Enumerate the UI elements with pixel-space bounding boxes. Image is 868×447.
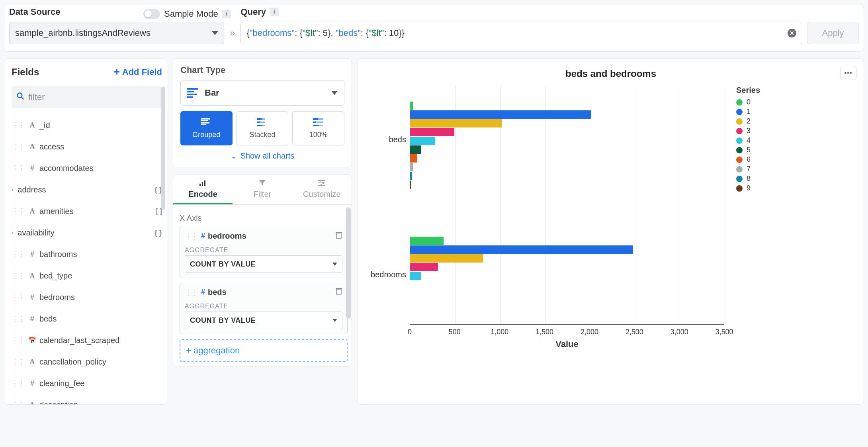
legend-item-7[interactable]: 7 (736, 165, 760, 173)
svg-rect-17 (319, 125, 323, 126)
chart-menu-button[interactable]: ••• (841, 66, 856, 80)
subtype-icon (201, 118, 212, 128)
string-type-icon: A (27, 272, 37, 280)
bar-beds-1[interactable] (410, 110, 591, 119)
number-type-icon: # (27, 250, 37, 259)
legend-swatch (736, 185, 743, 192)
bar-bedrooms-1[interactable] (410, 245, 633, 254)
field-item-description[interactable]: ⋮⋮Adescription (12, 395, 162, 405)
field-item-amenities[interactable]: ⋮⋮Aamenities[ ] (12, 202, 162, 221)
legend-item-0[interactable]: 0 (736, 98, 760, 106)
trash-icon[interactable] (335, 287, 342, 297)
fields-filter-input[interactable]: filter (12, 86, 162, 108)
svg-rect-4 (201, 122, 209, 124)
chart-legend: Series 0123456789 (736, 86, 760, 392)
grip-icon: ⋮⋮ (12, 271, 24, 280)
info-icon[interactable]: i (222, 10, 231, 18)
scrollbar[interactable] (346, 207, 351, 319)
encoding-field-name: beds (208, 288, 227, 297)
field-item-access[interactable]: ⋮⋮Aaccess (12, 137, 162, 156)
tab-encode[interactable]: Encode (173, 175, 233, 204)
legend-item-4[interactable]: 4 (736, 136, 760, 145)
chevron-right-icon: › (12, 229, 14, 236)
field-item-calendar_last_scraped[interactable]: ⋮⋮📅calendar_last_scraped (12, 331, 162, 350)
field-item-bedrooms[interactable]: ⋮⋮#bedrooms (12, 288, 162, 307)
field-item-beds[interactable]: ⋮⋮#beds (12, 309, 162, 328)
number-type-icon: # (198, 288, 208, 296)
bar-bedrooms-3[interactable] (410, 263, 438, 271)
subtype-stacked[interactable]: Stacked (237, 111, 289, 145)
add-aggregation-button[interactable]: + aggregation (180, 339, 348, 362)
grid-line (635, 86, 635, 324)
grip-icon: ⋮⋮ (12, 250, 24, 259)
legend-item-2[interactable]: 2 (736, 117, 760, 125)
subtype-100%[interactable]: 100% (292, 111, 344, 145)
field-name: accommodates (39, 164, 94, 173)
bar-beds-2[interactable] (410, 119, 502, 127)
bar-beds-7[interactable] (410, 163, 413, 171)
grip-icon[interactable]: ⋮⋮ (185, 232, 197, 241)
svg-rect-12 (313, 118, 318, 120)
trash-icon[interactable] (335, 231, 342, 241)
svg-point-26 (321, 184, 323, 186)
field-item-_id[interactable]: ⋮⋮A_id (12, 116, 162, 135)
field-item-bathrooms[interactable]: ⋮⋮#bathrooms (12, 245, 162, 264)
bar-beds-8[interactable] (410, 172, 412, 180)
svg-rect-29 (336, 289, 341, 295)
svg-point-22 (319, 180, 321, 182)
field-item-availability[interactable]: ›availability{ } (12, 223, 162, 242)
sample-mode-toggle[interactable] (143, 9, 160, 19)
aggregate-select[interactable]: COUNT BY VALUE (185, 255, 342, 273)
date-type-icon: 📅 (27, 337, 37, 344)
legend-item-5[interactable]: 5 (736, 146, 760, 154)
data-source-value: sample_airbnb.listingsAndReviews (15, 28, 151, 38)
svg-rect-14 (313, 122, 316, 123)
clear-query-icon[interactable]: ✕ (788, 29, 796, 37)
aggregate-select[interactable]: COUNT BY VALUE (185, 312, 342, 329)
bar-bedrooms-2[interactable] (410, 254, 483, 263)
caret-down-icon (331, 91, 338, 95)
legend-item-9[interactable]: 9 (736, 184, 760, 192)
info-icon[interactable]: i (270, 8, 279, 16)
string-type-icon: A (27, 401, 37, 405)
grip-icon[interactable]: ⋮⋮ (185, 288, 197, 297)
field-type-badge: { } (154, 229, 162, 237)
string-type-icon: A (27, 121, 37, 129)
tab-filter[interactable]: Filter (233, 175, 292, 204)
tab-customize[interactable]: Customize (292, 175, 352, 204)
field-item-cancellation_policy[interactable]: ⋮⋮Acancellation_policy (12, 352, 162, 371)
bar-beds-6[interactable] (410, 154, 417, 163)
bar-beds-4[interactable] (410, 137, 435, 145)
grid-line (725, 86, 725, 324)
field-item-address[interactable]: ›address{ } (12, 180, 162, 199)
bar-beds-3[interactable] (410, 128, 454, 136)
legend-swatch (736, 99, 743, 106)
field-name: access (39, 142, 64, 151)
field-name: amenities (39, 207, 74, 216)
number-type-icon: # (198, 232, 208, 240)
scrollbar[interactable] (161, 86, 165, 210)
legend-item-8[interactable]: 8 (736, 174, 760, 183)
add-field-button[interactable]: +Add Field (114, 66, 162, 78)
legend-item-1[interactable]: 1 (736, 108, 760, 116)
bar-bedrooms-0[interactable] (410, 237, 444, 245)
chart-type-select[interactable]: Bar (180, 80, 344, 106)
data-source-select[interactable]: sample_airbnb.listingsAndReviews (9, 22, 224, 44)
bar-bedrooms-4[interactable] (410, 272, 421, 280)
bar-beds-5[interactable] (410, 145, 421, 154)
grip-icon: ⋮⋮ (12, 164, 24, 173)
apply-button[interactable]: Apply (807, 22, 859, 44)
fields-panel: Fields +Add Field filter ⋮⋮A_id⋮⋮Aaccess… (4, 58, 167, 405)
svg-rect-28 (336, 232, 342, 233)
legend-item-6[interactable]: 6 (736, 155, 760, 164)
string-type-icon: A (27, 207, 37, 216)
field-item-accommodates[interactable]: ⋮⋮#accommodates (12, 159, 162, 178)
bar-beds-9[interactable] (410, 180, 411, 189)
show-all-charts-button[interactable]: ⌄ Show all charts (180, 151, 344, 161)
subtype-grouped[interactable]: Grouped (180, 111, 233, 145)
field-item-cleaning_fee[interactable]: ⋮⋮#cleaning_fee (12, 374, 162, 393)
query-input[interactable]: {"bedrooms": {"$lt": 5}, "beds": {"$lt":… (240, 22, 802, 44)
legend-item-3[interactable]: 3 (736, 127, 760, 135)
field-item-bed_type[interactable]: ⋮⋮Abed_type (12, 266, 162, 285)
bar-beds-0[interactable] (410, 102, 413, 110)
